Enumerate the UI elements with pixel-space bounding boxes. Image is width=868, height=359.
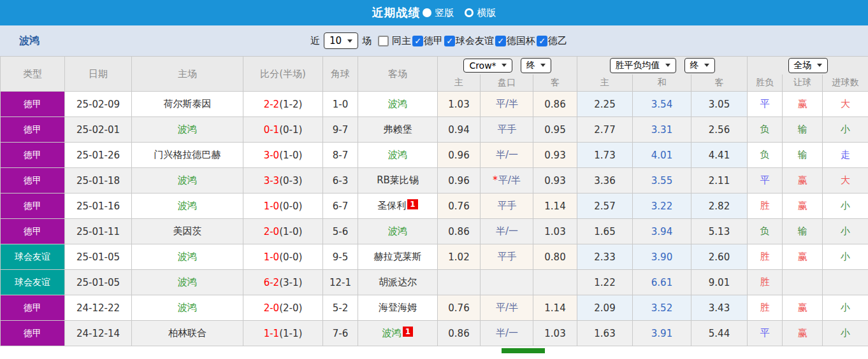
- bookmaker-select[interactable]: Crow*: [463, 59, 512, 73]
- header-avg-group: 胜平负均值 终: [577, 57, 748, 74]
- half-time-score: (1-1): [279, 328, 302, 339]
- crow-away-odds-cell: 0.80: [533, 244, 577, 270]
- full-match-select[interactable]: 全场: [788, 58, 828, 73]
- avg-away-odds-cell: 2.56: [691, 117, 748, 143]
- league-checkbox-bundesliga[interactable]: ✓: [412, 36, 423, 46]
- league-type-cell: 球会友谊: [1, 270, 65, 295]
- score-cell: 0-1(0-1): [243, 117, 323, 143]
- result-cell: 胜: [748, 244, 783, 270]
- score-cell: 1-0(0-0): [243, 244, 323, 270]
- corner-cell: 9-7: [323, 117, 358, 143]
- away-team-name: RB莱比锡: [377, 174, 419, 186]
- handicap-cell: 平手: [481, 194, 533, 219]
- radio-vertical-layout[interactable]: [423, 8, 431, 17]
- handicap-cell: 半/一: [481, 143, 533, 168]
- corner-cell: 1-0: [323, 92, 358, 117]
- league-type-cell: 德甲: [1, 321, 65, 346]
- score-cell: 2-2(1-2): [243, 92, 323, 117]
- away-team-name: 波鸿: [388, 225, 407, 237]
- crow-away-odds-cell: 1.14: [533, 194, 577, 219]
- odds-time-select-1[interactable]: 终: [521, 58, 551, 73]
- subheader-crow-home: 主: [438, 74, 481, 92]
- avg-home-odds-cell: 2.25: [577, 92, 633, 117]
- chevron-down-icon: [665, 64, 670, 67]
- results-table: 类型 日期 主场 比分(半场) 角球 客场 Crow* 终 胜平负均值 终: [0, 56, 868, 346]
- league-type-cell: 德甲: [1, 92, 65, 117]
- full-time-score: 1-0: [264, 201, 280, 212]
- full-time-score: 2-2: [264, 99, 280, 110]
- date-cell: 25-01-16: [65, 194, 132, 219]
- crow-away-odds-cell: [533, 270, 577, 295]
- full-time-score: 1-1: [264, 328, 280, 339]
- recent-results-panel: 近期战绩 竖版 横版 波鸿 近 10 场 同主 ✓ 德甲 ✓ 球会友谊 ✓ 德国…: [0, 0, 868, 359]
- handicap-value: 平手: [498, 123, 517, 135]
- handicap-result-cell: 赢: [783, 92, 823, 117]
- crow-home-odds-cell: 1.02: [438, 244, 481, 270]
- avg-draw-odds-cell: 3.31: [633, 117, 691, 143]
- radio-horizontal-label[interactable]: 横版: [477, 7, 496, 19]
- crow-home-odds-cell: 1.03: [438, 92, 481, 117]
- handicap-cell: [481, 270, 533, 295]
- league-type-cell: 德甲: [1, 295, 65, 321]
- home-team-cell: 波鸿: [132, 117, 243, 143]
- league-checkbox-friendly[interactable]: ✓: [444, 36, 455, 46]
- away-team-name: 弗赖堡: [384, 123, 412, 135]
- avg-draw-odds-cell: 3.90: [633, 244, 691, 270]
- goals-result-cell: 小: [823, 321, 868, 346]
- half-time-score: (0-0): [279, 201, 302, 212]
- handicap-cell: 平手: [481, 244, 533, 270]
- odds-time-select-2[interactable]: 终: [684, 58, 715, 73]
- goals-result-cell: 大: [823, 92, 868, 117]
- subheader-crow-away: 客: [533, 74, 577, 92]
- league-checkbox-bundesliga2[interactable]: ✓: [537, 36, 547, 46]
- half-time-score: (2-0): [279, 302, 302, 314]
- crow-home-odds-cell: 0.76: [438, 194, 481, 219]
- full-time-score: 3-0: [264, 150, 280, 161]
- avg-home-odds-cell: 1.22: [577, 270, 633, 295]
- handicap-result-cell: 赢: [783, 244, 823, 270]
- bottom-green-bar: [502, 348, 545, 353]
- same-home-checkbox[interactable]: [378, 36, 389, 46]
- away-team-cell: 波鸿1: [358, 321, 438, 346]
- recent-count-select[interactable]: 10: [324, 32, 358, 49]
- goals-result-cell: [823, 270, 868, 295]
- table-row: 球会友谊 25-01-05 波鸿 1-0(0-0) 9-5 赫拉克莱斯 1.02…: [1, 244, 868, 270]
- league-label-bundesliga: 德甲: [424, 35, 443, 47]
- radio-horizontal-layout[interactable]: [465, 8, 474, 17]
- corner-cell: 9-5: [323, 244, 358, 270]
- handicap-cell: 半/一: [481, 321, 533, 346]
- avg-away-odds-cell: 9.01: [691, 270, 748, 295]
- date-cell: 25-01-11: [65, 219, 132, 244]
- full-time-score: 0-1: [264, 124, 280, 136]
- home-team-cell: 波鸿: [132, 270, 243, 295]
- avg-draw-odds-cell: 6.61: [633, 270, 691, 295]
- score-cell: 2-0(1-0): [243, 219, 323, 244]
- goals-result-cell: 小: [823, 194, 868, 219]
- check-icon: ✓: [539, 36, 546, 46]
- radio-vertical-label[interactable]: 竖版: [435, 7, 454, 19]
- away-team-name: 波鸿: [388, 98, 407, 109]
- half-time-score: (0-1): [279, 124, 302, 136]
- half-time-score: (1-2): [279, 99, 302, 110]
- avg-odds-select[interactable]: 胜平负均值: [610, 58, 676, 73]
- half-time-score: (1-0): [279, 226, 302, 237]
- subheader-result: 胜负: [748, 74, 783, 92]
- date-cell: 25-01-26: [65, 143, 132, 168]
- handicap-value: 半/一: [496, 149, 518, 160]
- crow-home-odds-cell: 0.86: [438, 321, 481, 346]
- page-title: 近期战绩: [372, 5, 421, 20]
- away-team-name: 胡派达尔: [379, 276, 417, 288]
- corner-cell: 5-2: [323, 295, 358, 321]
- league-checkbox-dfb-pokal[interactable]: ✓: [495, 36, 506, 46]
- avg-away-odds-cell: 2.82: [691, 194, 748, 219]
- header-away: 客场: [358, 57, 438, 92]
- corner-cell: 5-6: [323, 219, 358, 244]
- away-team-cell: 圣保利1: [358, 194, 438, 219]
- handicap-cell: 半/一: [481, 219, 533, 244]
- avg-home-odds-cell: 1.63: [577, 321, 633, 346]
- check-icon: ✓: [414, 36, 421, 46]
- goals-result-cell: 小: [823, 117, 868, 143]
- header-result-group: 全场: [748, 57, 868, 74]
- title-bar: 近期战绩 竖版 横版: [0, 0, 868, 25]
- away-team-cell: 海登海姆: [358, 295, 438, 321]
